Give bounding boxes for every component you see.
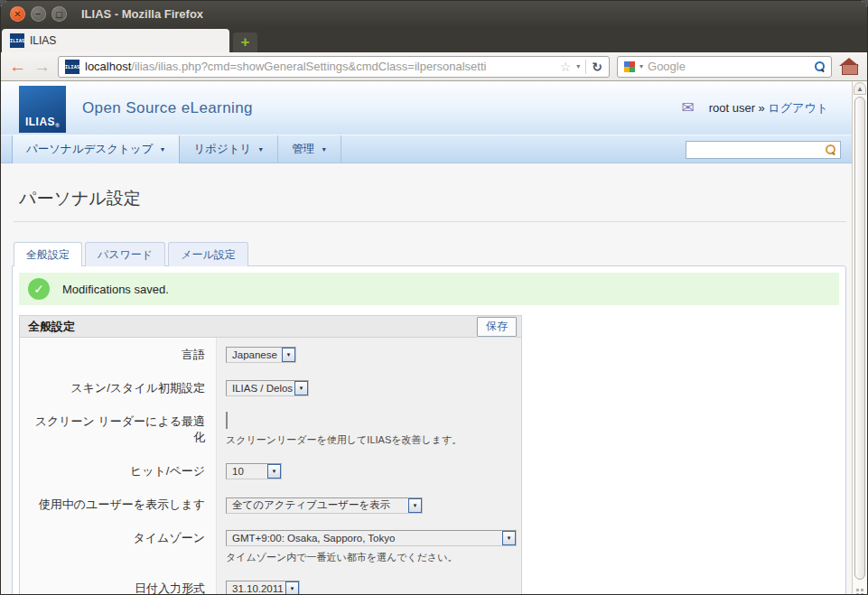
form-row-date-format: 日付入力形式 31.10.2011 ▼ 日付入力形式を選択してください。: [20, 572, 521, 594]
field-label: 使用中のユーザーを表示します: [20, 488, 217, 521]
browser-tabstrip: ILIAS ILIAS +: [1, 27, 867, 52]
window-titlebar: ✕ − ◻ ILIAS - Mozilla Firefox: [1, 1, 867, 27]
form-row-hits-per-page: ヒット/ページ 10 ▼: [20, 454, 521, 488]
search-engine-dropdown-icon[interactable]: ▾: [639, 62, 643, 70]
url-dropdown-icon[interactable]: ▾: [576, 62, 580, 70]
form-row-timezone: タイムゾーン GMT+9:00: Osaka, Sapporo, Tokyo ▼…: [20, 521, 521, 572]
site-search-magnifier-icon[interactable]: [826, 144, 835, 154]
site-header: ILIAS® Open Source eLearning ✉ root user…: [1, 81, 852, 135]
field-label: 日付入力形式: [20, 572, 217, 594]
field-description: タイムゾーン内で一番近い都市を選んでください。: [226, 551, 517, 564]
urlbar-favicon: ILIAS: [65, 60, 79, 74]
form-header: 全般設定 保存: [20, 316, 521, 338]
form-row-skin: スキン/スタイル初期設定 ILIAS / Delos ▼: [20, 371, 521, 404]
browser-tab[interactable]: ILIAS ILIAS: [2, 29, 229, 52]
user-separator: »: [759, 101, 765, 115]
active-users-select[interactable]: 全てのアクティブユーザーを表示 ▼: [226, 497, 423, 514]
dropdown-arrow-icon: ▼: [267, 464, 281, 479]
field-label: スクリーン リーダーによる最適化: [20, 404, 217, 454]
tab-general-settings[interactable]: 全般設定: [14, 242, 82, 266]
user-name: root user: [709, 101, 755, 115]
dropdown-arrow-icon: ▼: [294, 381, 308, 395]
chevron-down-icon: ▼: [159, 146, 165, 153]
save-button[interactable]: 保存: [477, 317, 517, 337]
page-title: パーソナル設定: [19, 187, 846, 210]
new-tab-button[interactable]: +: [233, 33, 257, 52]
search-magnifier-icon[interactable]: [815, 61, 825, 71]
field-label: ヒット/ページ: [20, 454, 217, 488]
form-row-screen-reader: スクリーン リーダーによる最適化 スクリーンリーダーを使用してILIASを改善し…: [20, 404, 521, 454]
url-host: localhost: [85, 60, 131, 73]
dropdown-arrow-icon: ▼: [408, 498, 422, 513]
window-maximize-button[interactable]: ◻: [51, 6, 67, 22]
success-check-icon: ✓: [28, 278, 50, 300]
form-title: 全般設定: [28, 319, 75, 335]
bookmark-star-icon[interactable]: ☆: [560, 60, 572, 74]
main-nav: パーソナルデスクトップ ▼ リポジトリ ▼ 管理 ▼: [1, 135, 852, 163]
browser-window: ✕ − ◻ ILIAS - Mozilla Firefox ILIAS ILIA…: [0, 0, 868, 595]
field-label: タイムゾーン: [20, 521, 217, 572]
success-message: ✓ Modifications saved.: [19, 273, 839, 305]
home-button-icon[interactable]: [839, 58, 859, 75]
chevron-down-icon: ▼: [321, 146, 327, 153]
window-minimize-button[interactable]: −: [31, 6, 46, 22]
vertical-scrollbar[interactable]: ▲: [852, 81, 867, 594]
tab-password[interactable]: パスワード: [85, 242, 165, 266]
hits-per-page-select[interactable]: 10 ▼: [226, 463, 282, 479]
browser-search-input[interactable]: [648, 60, 810, 73]
url-text: localhost/ilias/ilias.php?cmd=showGenera…: [85, 60, 555, 73]
field-label: 言語: [20, 338, 217, 371]
web-page: ILIAS® Open Source eLearning ✉ root user…: [1, 81, 852, 594]
window-title: ILIAS - Mozilla Firefox: [81, 7, 203, 21]
urlbar-divider: [585, 60, 586, 74]
dropdown-arrow-icon: ▼: [502, 531, 516, 545]
tab-mail-settings[interactable]: メール設定: [168, 242, 248, 266]
skin-style-select[interactable]: ILIAS / Delos ▼: [226, 380, 309, 396]
scrollbar-thumb[interactable]: [854, 97, 865, 580]
logout-link[interactable]: ログアウト: [768, 101, 828, 115]
reload-icon[interactable]: ↻: [592, 60, 602, 74]
form-row-active-users: 使用中のユーザーを表示します 全てのアクティブユーザーを表示 ▼: [20, 488, 521, 521]
language-select[interactable]: Japanese ▼: [226, 347, 296, 363]
browser-search-bar[interactable]: ▾: [617, 56, 832, 78]
ilias-favicon: ILIAS: [10, 33, 24, 48]
timezone-select[interactable]: GMT+9:00: Osaka, Sapporo, Tokyo ▼: [226, 530, 517, 546]
date-format-select[interactable]: 31.10.2011 ▼: [226, 581, 300, 594]
back-button-icon[interactable]: ←: [9, 58, 26, 75]
success-message-text: Modifications saved.: [62, 283, 169, 296]
title-divider: [14, 221, 846, 222]
nav-item-administration[interactable]: 管理 ▼: [278, 135, 341, 163]
chevron-down-icon: ▼: [257, 146, 264, 153]
scroll-up-icon[interactable]: ▲: [854, 82, 866, 95]
url-path: /ilias/ilias.php?cmd=showGeneralSettings…: [131, 60, 486, 73]
field-description: スクリーンリーダーを使用してILIASを改善します。: [226, 433, 514, 447]
screen-reader-checkbox[interactable]: [226, 412, 228, 429]
site-search-input[interactable]: [691, 144, 822, 156]
page-content: パーソナル設定 全般設定 パスワード メール設定 ✓ Modifications…: [1, 163, 852, 594]
google-engine-icon[interactable]: [624, 61, 635, 72]
form-row-language: 言語 Japanese ▼: [20, 338, 521, 371]
forward-button-icon[interactable]: →: [33, 58, 51, 75]
url-bar[interactable]: ILIAS localhost/ilias/ilias.php?cmd=show…: [58, 56, 610, 78]
resize-grip[interactable]: [856, 589, 859, 591]
user-status: root user » ログアウト: [709, 100, 828, 116]
nav-item-repository[interactable]: リポジトリ ▼: [180, 135, 278, 163]
window-close-button[interactable]: ✕: [10, 6, 25, 22]
site-header-title: Open Source eLearning: [82, 99, 253, 117]
site-search-box[interactable]: [686, 141, 841, 159]
browser-toolbar: ← → ILIAS localhost/ilias/ilias.php?cmd=…: [1, 52, 867, 81]
settings-tabs: 全般設定 パスワード メール設定: [14, 242, 846, 265]
general-settings-form: 全般設定 保存 言語 Japanese ▼: [19, 315, 522, 594]
nav-item-personal-desktop[interactable]: パーソナルデスクトップ ▼: [12, 135, 180, 163]
field-label: スキン/スタイル初期設定: [20, 371, 217, 404]
mail-icon[interactable]: ✉: [681, 98, 694, 117]
ilias-logo: ILIAS®: [19, 86, 66, 133]
dropdown-arrow-icon: ▼: [282, 348, 295, 362]
browser-tab-label: ILIAS: [30, 34, 56, 47]
settings-tab-panel: ✓ Modifications saved. 全般設定 保存 言語: [12, 265, 846, 594]
dropdown-arrow-icon: ▼: [285, 581, 299, 594]
